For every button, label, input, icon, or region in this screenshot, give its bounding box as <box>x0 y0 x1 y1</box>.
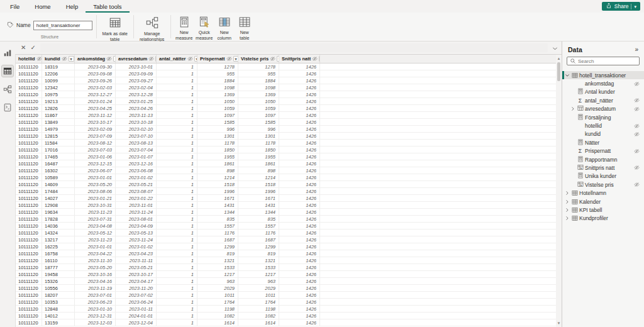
cell-antal_nätter[interactable]: 1 <box>157 174 197 181</box>
cell-Prispernatt[interactable]: 1764 <box>197 299 238 306</box>
cell-antal_nätter[interactable]: 1 <box>157 319 197 326</box>
column-header-Prispernatt[interactable]: Prispernatt▾ <box>197 55 238 63</box>
dax-query-view-icon[interactable] <box>2 102 13 113</box>
cell-avresedatum[interactable]: 2023-07-04 <box>116 147 157 153</box>
cell-Prispernatt[interactable]: 1557 <box>197 223 238 230</box>
cell-Vistelse pris[interactable]: 1955 <box>238 153 279 160</box>
cell-Prispernatt[interactable]: 955 <box>197 70 238 77</box>
field-search-box[interactable] <box>567 57 640 65</box>
cell-Snittpris natt[interactable]: 1426 <box>279 278 320 285</box>
cell-kundid[interactable]: 16302 <box>42 167 75 174</box>
cell-ankomstdag[interactable]: 2023-11-10 <box>75 257 116 264</box>
cell-Vistelse pris[interactable]: 1278 <box>238 64 279 70</box>
cell-avresedatum[interactable]: 2023-09-27 <box>116 77 157 84</box>
cell-Prispernatt[interactable]: 1011 <box>197 292 238 299</box>
cell-antal_nätter[interactable]: 1 <box>157 133 197 140</box>
cell-hotellid[interactable]: 10111120 <box>16 223 42 230</box>
cell-Snittpris natt[interactable]: 1426 <box>279 188 320 195</box>
cell-antal_nätter[interactable]: 1 <box>157 236 197 243</box>
cell-Snittpris natt[interactable]: 1426 <box>279 119 320 126</box>
cell-hotellid[interactable]: 10111120 <box>16 84 42 91</box>
cell-kundid[interactable]: 12908 <box>42 202 75 209</box>
cell-Snittpris natt[interactable]: 1426 <box>279 195 320 202</box>
cell-Prispernatt[interactable]: 1082 <box>197 313 238 319</box>
cell-ankomstdag[interactable]: 2023-07-31 <box>75 216 116 223</box>
cell-kundid[interactable]: 14609 <box>42 181 75 188</box>
cell-avresedatum[interactable]: 2023-01-02 <box>116 243 157 250</box>
cell-ankomstdag[interactable]: 2023-04-25 <box>75 105 116 112</box>
cell-hotellid[interactable]: 10111120 <box>16 216 42 223</box>
column-header-kundid[interactable]: kundid▾ <box>42 55 75 63</box>
cell-Snittpris natt[interactable]: 1426 <box>279 133 320 140</box>
cell-ankomstdag[interactable]: 2023-11-19 <box>75 285 116 292</box>
cell-Snittpris natt[interactable]: 1426 <box>279 285 320 292</box>
field-table-KPI tabell[interactable]: KPI tabell <box>562 206 644 214</box>
cell-kundid[interactable]: 12206 <box>42 70 75 77</box>
cell-Prispernatt[interactable]: 1097 <box>197 112 238 119</box>
cell-ankomstdag[interactable]: 2023-06-07 <box>75 167 116 174</box>
chevron-right-icon[interactable] <box>564 191 570 196</box>
cell-avresedatum[interactable]: 2023-08-01 <box>116 216 157 223</box>
cell-hotellid[interactable]: 10111120 <box>16 236 42 243</box>
cell-Snittpris natt[interactable]: 1426 <box>279 160 320 167</box>
cell-ankomstdag[interactable]: 2023-09-26 <box>75 77 116 84</box>
cell-avresedatum[interactable]: 2023-11-20 <box>116 285 157 292</box>
cell-kundid[interactable]: 14027 <box>42 195 75 202</box>
cell-Vistelse pris[interactable]: 1198 <box>238 306 279 313</box>
cell-hotellid[interactable]: 10111120 <box>16 250 42 257</box>
cell-Prispernatt[interactable]: 1278 <box>197 64 238 70</box>
cell-hotellid[interactable]: 10111120 <box>16 140 42 147</box>
cell-antal_nätter[interactable]: 1 <box>157 271 197 278</box>
cell-Vistelse pris[interactable]: 1431 <box>238 202 279 209</box>
cell-antal_nätter[interactable]: 1 <box>157 98 197 105</box>
cell-hotellid[interactable]: 10111120 <box>16 105 42 112</box>
cell-ankomstdag[interactable]: 2023-10-16 <box>75 271 116 278</box>
cell-kundid[interactable]: 18207 <box>42 292 75 299</box>
cell-Snittpris natt[interactable]: 1426 <box>279 257 320 264</box>
cell-Snittpris natt[interactable]: 1426 <box>279 147 320 153</box>
cell-ankomstdag[interactable]: 2023-04-22 <box>75 250 116 257</box>
cell-Vistelse pris[interactable]: 996 <box>238 126 279 133</box>
column-header-avresedatum[interactable]: avresedatum▾ <box>116 55 157 63</box>
cell-hotellid[interactable]: 10111120 <box>16 264 42 271</box>
cell-hotellid[interactable]: 10111120 <box>16 91 42 98</box>
cell-kundid[interactable]: 19634 <box>42 209 75 216</box>
tab-help[interactable]: Help <box>58 1 86 13</box>
field-avresedatum[interactable]: avresedatum <box>562 105 644 113</box>
field-antal_nätter[interactable]: Σantal_nätter <box>562 96 644 104</box>
cell-Snittpris natt[interactable]: 1426 <box>279 153 320 160</box>
cell-kundid[interactable]: 19213 <box>42 98 75 105</box>
cell-Vistelse pris[interactable]: 1059 <box>238 105 279 112</box>
cell-avresedatum[interactable]: 2023-04-23 <box>116 250 157 257</box>
chevron-right-icon[interactable] <box>564 208 570 213</box>
cell-Vistelse pris[interactable]: 1097 <box>238 112 279 119</box>
cell-hotellid[interactable]: 10111120 <box>16 209 42 216</box>
cell-ankomstdag[interactable]: 2023-07-09 <box>75 133 116 140</box>
cell-Snittpris natt[interactable]: 1426 <box>279 91 320 98</box>
cell-ankomstdag[interactable]: 2023-12-31 <box>75 313 116 319</box>
cell-avresedatum[interactable]: 2023-08-13 <box>116 140 157 147</box>
cell-hotellid[interactable]: 10111120 <box>16 147 42 153</box>
cell-Snittpris natt[interactable]: 1426 <box>279 98 320 105</box>
cell-hotellid[interactable]: 10111120 <box>16 278 42 285</box>
cell-avresedatum[interactable]: 2023-08-07 <box>116 188 157 195</box>
field-table-Hotellnamn[interactable]: Hotellnamn <box>562 189 644 197</box>
cell-Vistelse pris[interactable]: 955 <box>238 70 279 77</box>
cell-kundid[interactable]: 13849 <box>42 119 75 126</box>
cell-Snittpris natt[interactable]: 1426 <box>279 319 320 326</box>
model-view-icon[interactable] <box>2 84 13 95</box>
scroll-up-icon[interactable]: ▲ <box>557 57 561 60</box>
cell-hotellid[interactable]: 10111120 <box>16 202 42 209</box>
cell-antal_nätter[interactable]: 1 <box>157 306 197 313</box>
cell-Prispernatt[interactable]: 1518 <box>197 181 238 188</box>
cell-Prispernatt[interactable]: 1301 <box>197 133 238 140</box>
cell-Snittpris natt[interactable]: 1426 <box>279 243 320 250</box>
cell-kundid[interactable]: 12848 <box>42 306 75 313</box>
cell-avresedatum[interactable]: 2023-01-02 <box>116 174 157 181</box>
cell-ankomstdag[interactable]: 2023-11-23 <box>75 209 116 216</box>
field-Unika kunder[interactable]: Unika kunder <box>562 172 644 180</box>
table-view-icon[interactable] <box>2 65 13 77</box>
cell-kundid[interactable]: 18777 <box>42 264 75 271</box>
cell-antal_nätter[interactable]: 1 <box>157 140 197 147</box>
cell-Prispernatt[interactable]: 1671 <box>197 195 238 202</box>
